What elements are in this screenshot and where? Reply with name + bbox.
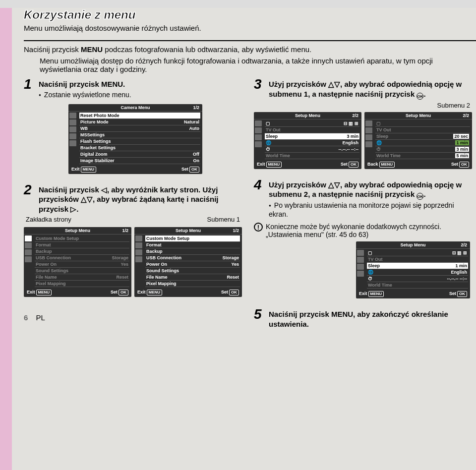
step1-num: 1 xyxy=(24,77,35,101)
footer-page-number: 6 PL xyxy=(24,313,45,322)
step1-text: Naciśnij przycisk MENU. xyxy=(39,80,125,88)
warning-icon: ! xyxy=(254,223,263,232)
lcd-setup22-after: Setup Menu2/2 ▢⊟ ▥ ⊞ TV Out Sleep1 min 🌐… xyxy=(356,241,470,298)
step4-warn1: Konieczne może być wykonanie dodatkowych… xyxy=(266,223,441,231)
caption-submenu1: Submenu 1 xyxy=(207,216,240,223)
divider xyxy=(24,40,476,41)
caption-submenu2: Submenu 2 xyxy=(254,102,470,109)
step1-bullet: Zostanie wyświetlone menu. xyxy=(39,90,131,99)
lcd-row: Reset Photo Mode xyxy=(80,113,119,118)
step2-text: Naciśnij przycisk ◁, aby wyróżnik karty … xyxy=(39,185,218,213)
step3-num: 3 xyxy=(254,77,265,100)
step5-num: 5 xyxy=(254,307,265,329)
lcd-setup22-left: Setup Menu2/2 ▢⊟ ▥ ⊞ TV Out Sleep3 min 🌐… xyxy=(254,112,361,169)
step3-text: Użyj przycisków △▽, aby wybrać odpowiedn… xyxy=(269,80,462,98)
lcd-setup-right: Setup Menu1/2 Custom Mode Setup Format B… xyxy=(134,227,242,297)
lcd-setup-left: Setup Menu1/2 Custom Mode Setup Format B… xyxy=(24,227,131,297)
step4-text: Użyj przycisków △▽, aby wybrać odpowiedn… xyxy=(269,180,462,199)
step4-warn2: „Ustawienia menu" (str. 45 do 63) xyxy=(266,231,441,238)
intro-line: Naciśnij przycisk MENU podczas fotografo… xyxy=(40,45,452,54)
page-subtitle: Menu umożliwiają dostosowywanie różnych … xyxy=(24,24,476,32)
step4-bullet: Po wybraniu ustawienia na monitorze poja… xyxy=(269,201,472,219)
lcd-title: Camera Menu xyxy=(120,105,150,110)
caption-tab: Zakładka strony xyxy=(26,216,71,223)
step2-num: 2 xyxy=(24,183,35,214)
intro-body: Menu umożliwiają dostęp do różnych funkc… xyxy=(40,57,452,73)
ok-icon: OK xyxy=(416,93,423,100)
page-title: Korzystanie z menu xyxy=(24,8,476,22)
step5-text: Naciśnij przycisk MENU, aby zakończyć ok… xyxy=(269,310,448,328)
lcd-pager: 1/2 xyxy=(193,105,199,110)
intro-text: Naciśnij przycisk MENU podczas fotografo… xyxy=(24,45,311,54)
ok-icon: OK xyxy=(416,193,423,200)
step4-num: 4 xyxy=(254,178,265,221)
lcd-camera-menu: Camera Menu1/2 Reset Photo Mode Picture … xyxy=(68,104,202,174)
lcd-setup22-right: Setup Menu2/2 ▢ TV Out Sleep20 sec 🌐1 mi… xyxy=(364,112,472,169)
